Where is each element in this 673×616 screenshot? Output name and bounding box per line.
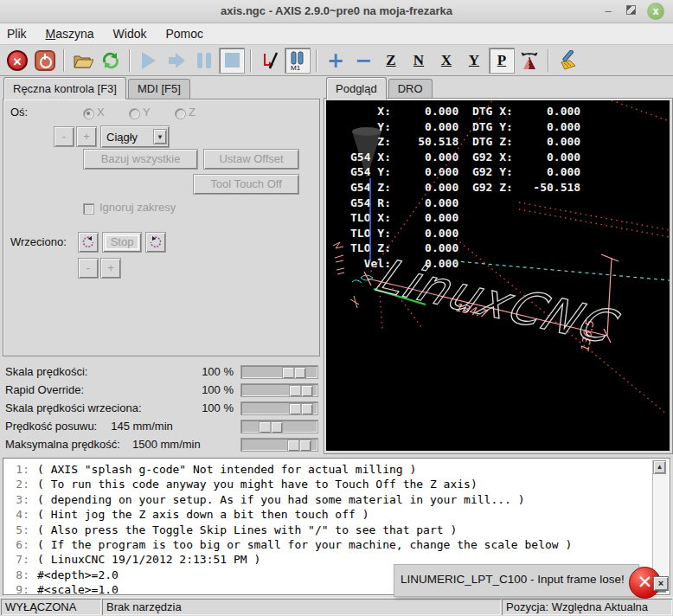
feed-override-label: Skala prędkości: xyxy=(5,365,87,378)
estop-button[interactable]: ✕ xyxy=(4,48,30,74)
home-all-button[interactable]: Bazuj wszystkie xyxy=(83,149,198,170)
notification-text: LINUMERIC_LPT_C100 - Input frame lose! xyxy=(401,573,625,586)
menu-maszyna[interactable]: Maszyna xyxy=(46,27,94,41)
rotate-cone-icon xyxy=(519,50,540,71)
tool-touch-off-button[interactable]: Tool Touch Off xyxy=(193,174,299,195)
toolbar-separator xyxy=(63,49,65,72)
pause-icon xyxy=(197,53,211,68)
run-icon xyxy=(142,52,156,69)
minimize-button[interactable]: – xyxy=(600,4,616,20)
broom-icon xyxy=(556,50,579,71)
gcode-line[interactable]: 6:( If the program is too big or small f… xyxy=(3,537,670,552)
gcode-line[interactable]: 5:( Also press the Toggle Skip Lines wit… xyxy=(3,523,670,537)
stop-icon xyxy=(225,53,240,67)
spindle-override-value: 100 % xyxy=(202,401,234,414)
spindle-cw-button[interactable] xyxy=(145,232,166,253)
toolbar: ✕ xyxy=(0,45,673,76)
jog-minus-button[interactable]: - xyxy=(54,126,74,147)
slider-handle[interactable] xyxy=(289,385,313,397)
tab-manual-control[interactable]: Ręczna kontrola [F3] xyxy=(3,77,126,99)
view-z2-icon: N xyxy=(413,52,424,69)
radio-axis-y-label: Y xyxy=(143,106,151,119)
feed-override-slider[interactable] xyxy=(240,365,318,379)
zoom-out-icon: − xyxy=(355,50,372,71)
machine-power-button[interactable] xyxy=(32,48,58,74)
spindle-label: Wrzeciono: xyxy=(10,235,67,248)
gcode-line[interactable]: 1:( AXIS "splash g-code" Not intended fo… xyxy=(3,462,670,477)
radio-axis-x[interactable] xyxy=(83,107,94,123)
rapid-override-slider[interactable] xyxy=(240,383,318,397)
maximize-icon xyxy=(626,5,636,15)
open-folder-icon xyxy=(73,51,93,70)
view-y-button[interactable]: Y xyxy=(461,48,487,74)
spindle-ccw-button[interactable] xyxy=(78,232,99,253)
notification-popup: LINUMERIC_LPT_C100 - Input frame lose! xyxy=(394,564,639,597)
set-offset-button[interactable]: Ustaw Offset xyxy=(203,149,299,170)
view-z-icon: Z xyxy=(386,52,395,69)
run-button[interactable] xyxy=(136,48,162,74)
toggle-skip-lines-button[interactable] xyxy=(257,48,283,74)
jog-plus-button[interactable]: + xyxy=(76,126,97,147)
tab-dro[interactable]: DRO xyxy=(388,79,433,99)
toggle-optional-stop-button[interactable]: M1 xyxy=(285,48,311,74)
max-velocity-slider[interactable] xyxy=(240,438,318,452)
toolbar-separator xyxy=(129,49,131,72)
gcode-line[interactable]: 3:( depending on your setup. As if you h… xyxy=(3,492,670,507)
dro-readout: X: 0.000 DTG X: 0.000 Y: 0.000 DTG Y: 0.… xyxy=(350,104,580,272)
zoom-in-button[interactable]: + xyxy=(323,48,349,74)
radio-axis-y[interactable] xyxy=(129,107,140,123)
spindle-stop-button[interactable]: Stop xyxy=(102,232,142,253)
gcode-line[interactable]: 2:( To run this code anyway you might ha… xyxy=(3,477,670,491)
slider-handle[interactable] xyxy=(259,421,283,433)
axis-window: axis.ngc - AXIS 2.9.0~pre0 na moja-freza… xyxy=(0,0,673,616)
gcode-line[interactable]: 4:( Hint jog the Z axis down a bit then … xyxy=(3,507,670,522)
menu-plik[interactable]: Plik xyxy=(7,27,27,41)
menu-bar: Plik Maszyna Widok Pomoc xyxy=(0,23,673,45)
scrollbar-up-icon[interactable]: ▲ xyxy=(653,460,666,474)
tool-info-field: Brak narzędzia xyxy=(102,599,501,615)
tab-mdi[interactable]: MDI [F5] xyxy=(128,79,190,99)
jog-speed-value: 145 mm/min xyxy=(111,420,173,433)
spindle-ccw-icon xyxy=(81,235,95,249)
spindle-minus-button[interactable]: - xyxy=(78,258,99,279)
close-button[interactable]: x xyxy=(647,3,664,20)
spindle-override-slider[interactable] xyxy=(240,401,318,415)
radio-axis-x-label: X xyxy=(97,106,105,119)
radio-axis-z[interactable] xyxy=(175,107,186,123)
axis-label: Oś: xyxy=(10,106,28,119)
slider-handle[interactable] xyxy=(287,440,311,452)
open-file-button[interactable] xyxy=(70,48,96,74)
view-x-button[interactable]: X xyxy=(433,48,459,74)
zoom-out-button[interactable]: − xyxy=(350,48,376,74)
rotate-view-button[interactable] xyxy=(516,48,542,74)
feed-override-value: 100 % xyxy=(202,365,234,378)
view-z-button[interactable]: Z xyxy=(378,48,404,74)
max-velocity-label: Maksymalna prędkość: xyxy=(5,438,120,451)
notification-close-button[interactable]: × xyxy=(653,576,669,591)
stop-button[interactable] xyxy=(219,48,245,74)
menu-widok[interactable]: Widok xyxy=(113,27,147,41)
spindle-plus-button[interactable]: + xyxy=(100,258,121,279)
clear-plot-button[interactable] xyxy=(554,48,580,74)
maximize-button[interactable] xyxy=(623,4,638,20)
machine-state-field: WYŁĄCZONA xyxy=(1,599,101,615)
reload-button[interactable] xyxy=(98,48,124,74)
radio-axis-z-label: Z xyxy=(189,106,195,119)
status-bar: WYŁĄCZONA Brak narzędzia Pozycja: Względ… xyxy=(0,597,673,616)
view-z2-button[interactable]: N xyxy=(406,48,432,74)
view-p-icon: P xyxy=(497,52,506,69)
title-bar: axis.ngc - AXIS 2.9.0~pre0 na moja-freza… xyxy=(0,0,673,23)
view-p-button[interactable]: P xyxy=(489,48,515,74)
preview-canvas[interactable]: X: 0.000 DTG X: 0.000 Y: 0.000 DTG Y: 0.… xyxy=(326,100,670,451)
window-title: axis.ngc - AXIS 2.9.0~pre0 na moja-freza… xyxy=(0,4,673,17)
tab-preview[interactable]: Podgląd xyxy=(326,77,387,99)
slider-handle[interactable] xyxy=(282,367,306,379)
menu-pomoc[interactable]: Pomoc xyxy=(166,27,204,41)
jog-mode-dropdown[interactable]: Ciągły ▼ xyxy=(100,125,170,148)
ignore-limits-checkbox[interactable] xyxy=(83,202,94,218)
slider-handle[interactable] xyxy=(289,403,313,415)
checkbox-icon xyxy=(83,203,94,215)
step-button[interactable] xyxy=(163,48,189,74)
pause-button[interactable] xyxy=(191,48,217,74)
jog-speed-slider[interactable] xyxy=(240,420,318,433)
